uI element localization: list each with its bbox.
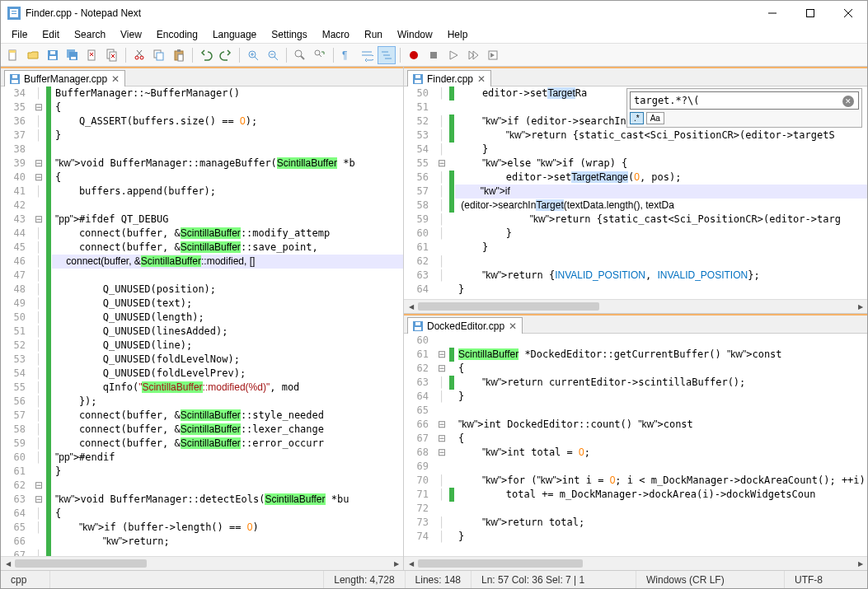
stop-macro-icon[interactable]	[425, 46, 443, 64]
right-top-editor[interactable]: 50 51 52 53 54 55 56 57 58 59 60 61 62 6…	[404, 86, 867, 299]
menu-language[interactable]: Language	[205, 27, 264, 42]
scroll-right-icon[interactable]: ▶	[853, 557, 867, 571]
paste-icon[interactable]	[170, 46, 188, 64]
close-all-icon[interactable]	[103, 46, 121, 64]
svg-rect-60	[415, 322, 420, 325]
svg-rect-3	[12, 13, 16, 14]
whitespace-icon[interactable]: ¶	[338, 46, 356, 64]
status-eol[interactable]: Windows (CR LF)	[636, 571, 785, 588]
titlebar: Finder.cpp - Notepad Next	[1, 1, 867, 26]
scroll-left-icon[interactable]: ◀	[404, 300, 418, 314]
tab-buffermanager[interactable]: BufferManager.cpp ✕	[4, 70, 125, 86]
find-replace-icon[interactable]	[311, 46, 329, 64]
record-macro-icon[interactable]	[405, 46, 423, 64]
save-icon[interactable]	[44, 46, 62, 64]
svg-point-39	[295, 50, 302, 57]
maximize-button[interactable]	[791, 1, 829, 26]
clear-search-icon[interactable]: ✕	[842, 96, 854, 107]
svg-rect-15	[71, 57, 76, 59]
status-encoding[interactable]: UTF-8	[785, 571, 867, 588]
save-all-icon[interactable]	[63, 46, 82, 64]
copy-icon[interactable]	[150, 46, 168, 64]
minimize-button[interactable]	[753, 1, 791, 26]
svg-rect-12	[50, 51, 55, 54]
scroll-right-icon[interactable]: ▶	[389, 557, 403, 571]
search-input[interactable]	[630, 91, 859, 110]
tab-dockededitor[interactable]: DockedEditor.cpp ✕	[407, 317, 523, 334]
menu-encoding[interactable]: Encoding	[149, 27, 205, 42]
left-pane: BufferManager.cpp ✕ 34 35 36 37 38 39 40…	[1, 67, 404, 570]
disk-icon	[413, 321, 423, 331]
find-icon[interactable]	[291, 46, 309, 64]
tab-label: Finder.cpp	[427, 73, 473, 85]
workarea: BufferManager.cpp ✕ 34 35 36 37 38 39 40…	[1, 67, 867, 570]
svg-rect-5	[807, 10, 814, 17]
statusbar: cpp Length: 4,728 Lines: 148 Ln: 57 Col:…	[1, 570, 867, 588]
svg-rect-57	[415, 75, 420, 78]
svg-rect-30	[177, 49, 181, 52]
svg-rect-50	[430, 52, 437, 58]
tab-close-icon[interactable]: ✕	[111, 75, 120, 83]
tab-close-icon[interactable]: ✕	[509, 322, 517, 330]
play-macro-icon[interactable]	[444, 46, 462, 64]
menu-file[interactable]: File	[4, 27, 35, 42]
right-bottom-pane: DockedEditor.cpp ✕ 60 61 62 63 64 65 66 …	[404, 314, 867, 570]
undo-icon[interactable]	[197, 46, 215, 64]
status-length: Length: 4,728	[324, 571, 405, 588]
left-tabbar: BufferManager.cpp ✕	[1, 67, 403, 86]
scroll-left-icon[interactable]: ◀	[1, 557, 15, 571]
svg-rect-31	[178, 54, 183, 61]
open-file-icon[interactable]	[24, 46, 42, 64]
tab-close-icon[interactable]: ✕	[477, 75, 486, 83]
menu-view[interactable]: View	[113, 27, 149, 42]
zoom-in-icon[interactable]	[244, 46, 262, 64]
close-button[interactable]	[829, 1, 867, 26]
menu-search[interactable]: Search	[67, 27, 113, 42]
scroll-left-icon[interactable]: ◀	[404, 557, 418, 571]
svg-rect-53	[12, 80, 18, 83]
tab-label: DockedEditor.cpp	[427, 320, 504, 332]
new-file-icon[interactable]	[4, 46, 22, 64]
right-bot-hscroll[interactable]: ◀ ▶	[404, 556, 867, 570]
play-multi-icon[interactable]	[464, 46, 482, 64]
right-top-hscroll[interactable]: ◀ ▶	[404, 299, 867, 313]
svg-rect-56	[415, 80, 421, 83]
right-top-tabbar: Finder.cpp ✕	[404, 67, 867, 86]
cut-icon[interactable]	[130, 46, 148, 64]
right-bot-editor[interactable]: 60 61 62 63 64 65 66 67 68 69 70 71 72 7…	[404, 334, 867, 556]
menu-run[interactable]: Run	[357, 27, 390, 42]
wordwrap-icon[interactable]	[358, 46, 376, 64]
menubar: File Edit Search View Encoding Language …	[1, 26, 867, 44]
case-toggle[interactable]: Aa	[646, 112, 664, 124]
toolbar: ¶	[1, 44, 867, 67]
menu-edit[interactable]: Edit	[35, 27, 67, 42]
save-macro-icon[interactable]	[484, 46, 502, 64]
scroll-right-icon[interactable]: ▶	[853, 300, 867, 314]
status-lines: Lines: 148	[406, 571, 472, 588]
left-hscroll[interactable]: ◀ ▶	[1, 556, 403, 570]
tab-finder[interactable]: Finder.cpp ✕	[407, 70, 491, 86]
menu-settings[interactable]: Settings	[264, 27, 314, 42]
right-top-pane: Finder.cpp ✕ 50 51 52 53 54 55 56 57 58 …	[404, 67, 867, 314]
close-file-icon[interactable]	[83, 46, 101, 64]
svg-line-42	[319, 54, 321, 57]
tab-label: BufferManager.cpp	[24, 73, 107, 85]
svg-rect-54	[12, 75, 17, 78]
zoom-out-icon[interactable]	[264, 46, 282, 64]
indent-guide-icon[interactable]	[378, 46, 396, 64]
menu-help[interactable]: Help	[440, 27, 476, 42]
menu-window[interactable]: Window	[390, 27, 440, 42]
svg-rect-9	[9, 50, 16, 53]
app-icon	[7, 7, 21, 20]
window-title: Finder.cpp - Notepad Next	[26, 7, 753, 19]
redo-icon[interactable]	[217, 46, 235, 64]
status-language[interactable]: cpp	[1, 571, 50, 588]
svg-line-40	[301, 56, 304, 59]
svg-point-49	[410, 51, 418, 59]
svg-point-24	[140, 56, 143, 59]
menu-macro[interactable]: Macro	[315, 27, 357, 42]
regex-toggle[interactable]: .*	[630, 112, 644, 124]
quick-search-panel: ✕ .* Aa	[626, 88, 862, 128]
left-editor[interactable]: 34 35 36 37 38 39 40 41 42 43 44 45 46 4…	[1, 86, 403, 556]
disk-icon	[413, 74, 423, 84]
